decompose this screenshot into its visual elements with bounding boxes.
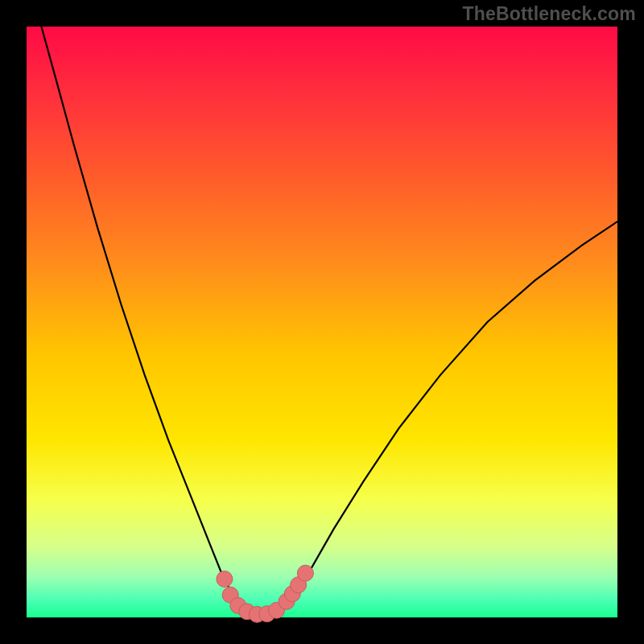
- plot-background: [27, 27, 617, 617]
- bottleneck-chart: [0, 0, 644, 644]
- highlight-dot: [297, 565, 313, 581]
- chart-frame: TheBottleneck.com: [0, 0, 644, 644]
- highlight-dot: [217, 571, 233, 587]
